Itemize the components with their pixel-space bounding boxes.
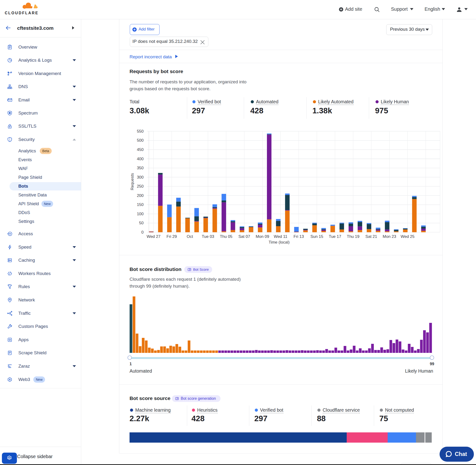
svg-text:Fri 13: Fri 13	[294, 234, 304, 239]
svg-text:550: 550	[137, 129, 144, 134]
svg-text:Oct: Oct	[187, 234, 193, 239]
svg-text:Requests: Requests	[130, 173, 135, 190]
svg-text:450: 450	[137, 147, 144, 152]
svg-text:300: 300	[137, 175, 144, 180]
svg-text:500: 500	[137, 138, 144, 143]
svg-text:Thu 19: Thu 19	[347, 234, 360, 239]
svg-text:Mon 23: Mon 23	[383, 234, 396, 239]
svg-text:Sat 21: Sat 21	[366, 234, 377, 239]
svg-text:Tue 17: Tue 17	[329, 234, 341, 239]
svg-text:400: 400	[137, 157, 144, 161]
svg-text:Sun 15: Sun 15	[310, 234, 323, 239]
svg-text:Fri 29: Fri 29	[167, 234, 177, 239]
svg-text:Wed 25: Wed 25	[401, 234, 414, 239]
svg-text:0: 0	[141, 230, 144, 234]
svg-text:100: 100	[137, 212, 144, 216]
svg-text:250: 250	[137, 184, 144, 189]
svg-text:Tue 03: Tue 03	[202, 234, 214, 239]
svg-text:Time (local): Time (local)	[269, 240, 290, 244]
svg-text:150: 150	[137, 202, 144, 207]
svg-text:350: 350	[137, 166, 144, 170]
svg-text:Wed 27: Wed 27	[147, 234, 160, 239]
svg-text:Mon 09: Mon 09	[256, 234, 269, 239]
svg-text:50: 50	[139, 221, 144, 225]
svg-text:Wed 11: Wed 11	[274, 234, 287, 239]
svg-text:Thu 05: Thu 05	[220, 234, 233, 239]
svg-text:Sat 07: Sat 07	[238, 234, 250, 239]
svg-text:200: 200	[137, 193, 144, 198]
